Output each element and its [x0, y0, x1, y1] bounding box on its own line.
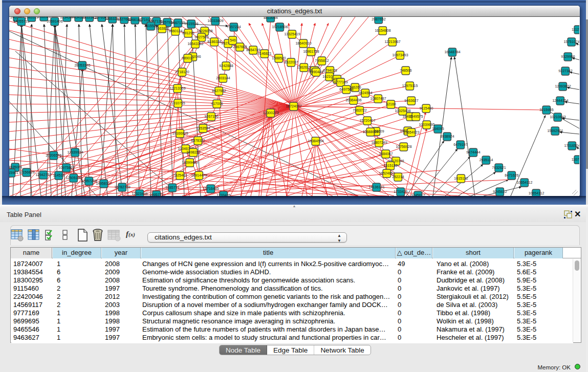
- svg-text:16914479: 16914479: [191, 173, 207, 177]
- svg-text:9827503: 9827503: [194, 35, 208, 39]
- svg-text:18807249: 18807249: [371, 141, 387, 144]
- svg-text:3498222: 3498222: [186, 150, 200, 154]
- svg-text:14958107: 14958107: [96, 182, 112, 185]
- svg-text:12942757: 12942757: [35, 173, 51, 177]
- svg-text:417006: 417006: [211, 102, 223, 105]
- svg-text:10975867: 10975867: [58, 166, 74, 169]
- svg-text:8990448: 8990448: [309, 70, 323, 74]
- svg-text:1995771: 1995771: [149, 193, 163, 196]
- svg-text:20691406: 20691406: [47, 19, 62, 23]
- svg-text:18524851: 18524851: [379, 171, 395, 175]
- svg-text:2935114: 2935114: [480, 158, 493, 162]
- svg-text:16154808: 16154808: [375, 29, 390, 32]
- svg-text:20206576: 20206576: [46, 154, 61, 157]
- svg-text:14055713: 14055713: [13, 19, 29, 23]
- svg-text:15226058: 15226058: [197, 29, 212, 33]
- svg-text:12444154: 12444154: [552, 99, 568, 102]
- svg-text:8427552: 8427552: [212, 89, 226, 93]
- svg-text:1065328: 1065328: [37, 17, 51, 18]
- svg-text:252214: 252214: [392, 175, 404, 179]
- svg-text:10210643: 10210643: [550, 115, 565, 119]
- svg-text:16648784: 16648784: [444, 50, 460, 54]
- svg-text:12323446: 12323446: [132, 192, 147, 195]
- svg-text:9860124: 9860124: [168, 29, 182, 33]
- svg-text:12505185: 12505185: [66, 176, 81, 180]
- svg-text:19218506: 19218506: [272, 25, 288, 29]
- svg-text:15751074: 15751074: [563, 40, 579, 43]
- svg-text:19654923: 19654923: [403, 130, 419, 134]
- svg-text:15720407: 15720407: [359, 119, 375, 122]
- svg-text:10807487: 10807487: [370, 97, 386, 100]
- svg-text:12300273: 12300273: [263, 111, 278, 115]
- svg-text:7663822: 7663822: [155, 27, 169, 30]
- svg-text:1615132: 1615132: [383, 164, 397, 167]
- svg-text:3824554: 3824554: [358, 91, 372, 95]
- svg-text:7955812: 7955812: [315, 59, 329, 62]
- svg-text:28053346: 28053346: [74, 63, 90, 67]
- svg-text:18724007: 18724007: [286, 104, 301, 108]
- svg-text:19166825: 19166825: [172, 132, 188, 135]
- svg-text:3215955: 3215955: [539, 108, 553, 112]
- svg-text:114519: 114519: [53, 173, 65, 177]
- svg-text:8471626: 8471626: [505, 173, 518, 177]
- svg-text:6479197: 6479197: [453, 143, 467, 146]
- svg-text:3267150: 3267150: [204, 115, 218, 118]
- svg-text:2803144: 2803144: [216, 76, 230, 80]
- svg-text:15716485: 15716485: [203, 187, 219, 190]
- svg-text:8186328: 8186328: [207, 40, 221, 43]
- svg-text:9115460: 9115460: [420, 106, 433, 110]
- svg-text:7863722: 7863722: [353, 108, 366, 112]
- svg-text:8938924: 8938924: [440, 135, 454, 138]
- svg-text:10688609: 10688609: [362, 130, 378, 134]
- svg-text:4535001: 4535001: [9, 165, 23, 169]
- svg-text:13325419: 13325419: [284, 32, 300, 36]
- svg-text:9245612: 9245612: [493, 190, 507, 193]
- svg-text:9474444: 9474444: [466, 150, 480, 154]
- svg-text:16961758: 16961758: [303, 50, 319, 53]
- svg-text:989012: 989012: [182, 56, 193, 60]
- svg-text:9245612: 9245612: [411, 193, 425, 196]
- svg-text:7632621: 7632621: [492, 166, 506, 169]
- svg-text:8454749: 8454749: [246, 48, 260, 52]
- svg-text:10973493: 10973493: [392, 53, 408, 57]
- svg-text:16782759: 16782759: [114, 185, 130, 189]
- svg-text:3684067: 3684067: [379, 152, 393, 156]
- svg-text:12156829: 12156829: [18, 170, 34, 174]
- svg-text:17957255: 17957255: [81, 179, 97, 183]
- svg-text:14136141: 14136141: [368, 185, 384, 189]
- svg-text:10654112: 10654112: [529, 191, 545, 195]
- svg-text:9777169: 9777169: [334, 80, 347, 84]
- svg-text:164095: 164095: [432, 127, 444, 130]
- svg-text:1615132: 1615132: [454, 177, 468, 180]
- svg-text:10756928: 10756928: [396, 145, 411, 148]
- svg-text:891295: 891295: [182, 31, 194, 35]
- svg-text:10039695: 10039695: [419, 123, 434, 126]
- svg-text:17016504: 17016504: [564, 144, 579, 147]
- svg-text:1353594: 1353594: [196, 126, 210, 130]
- svg-text:62160: 62160: [386, 102, 396, 106]
- svg-text:1167531: 1167531: [572, 158, 579, 161]
- svg-text:9146821: 9146821: [257, 52, 271, 55]
- svg-text:1010755: 1010755: [171, 101, 185, 105]
- svg-text:546: 546: [230, 38, 236, 42]
- svg-text:748506: 748506: [400, 69, 411, 72]
- svg-text:16543362: 16543362: [187, 42, 203, 46]
- svg-text:12093872: 12093872: [555, 84, 571, 88]
- svg-text:14099489: 14099489: [182, 161, 198, 164]
- svg-text:7625402: 7625402: [173, 173, 187, 177]
- svg-text:9485771: 9485771: [165, 186, 179, 189]
- svg-text:10654112: 10654112: [517, 181, 533, 184]
- svg-text:3915901: 3915901: [9, 171, 18, 174]
- svg-text:2718120: 2718120: [175, 70, 189, 74]
- svg-text:7357224: 7357224: [227, 25, 241, 29]
- svg-text:16033809: 16033809: [207, 19, 223, 23]
- svg-text:9463627: 9463627: [404, 99, 418, 102]
- svg-text:9227342: 9227342: [558, 69, 572, 73]
- svg-text:1667135: 1667135: [171, 21, 185, 25]
- svg-text:15692901: 15692901: [547, 129, 563, 133]
- svg-text:10025438: 10025438: [395, 109, 410, 113]
- svg-text:9329966: 9329966: [561, 55, 575, 58]
- svg-text:12339934: 12339934: [67, 150, 83, 154]
- svg-text:1733426: 1733426: [394, 190, 407, 193]
- svg-text:2087652: 2087652: [372, 17, 385, 21]
